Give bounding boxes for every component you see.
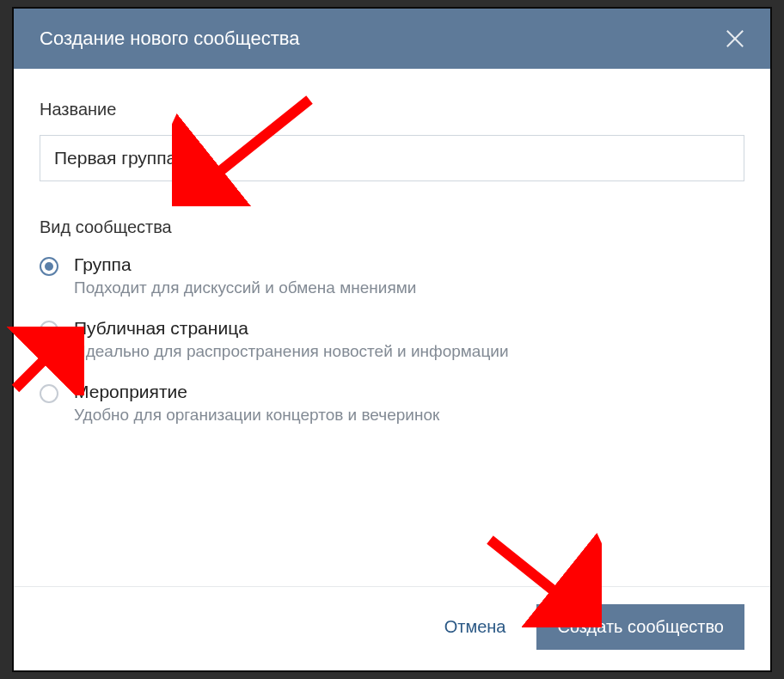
radio-icon	[40, 384, 58, 403]
modal-body: Название Вид сообщества Группа Подходит …	[14, 69, 770, 586]
radio-icon	[40, 257, 58, 276]
name-label: Название	[40, 100, 744, 119]
radio-option-group[interactable]: Группа Подходит для дискуссий и обмена м…	[40, 254, 744, 297]
radio-desc: Подходит для дискуссий и обмена мнениями	[74, 278, 416, 297]
modal-title: Создание нового сообщества	[40, 28, 299, 50]
radio-desc: Идеально для распространения новостей и …	[74, 342, 509, 361]
create-community-modal: Создание нового сообщества Название Вид …	[12, 7, 772, 672]
radio-title: Группа	[74, 254, 416, 275]
community-type-group: Группа Подходит для дискуссий и обмена м…	[40, 254, 744, 425]
close-icon[interactable]	[726, 29, 744, 48]
modal-header: Создание нового сообщества	[14, 9, 770, 69]
radio-title: Публичная страница	[74, 318, 509, 339]
radio-desc: Удобно для организации концертов и вечер…	[74, 406, 439, 425]
cancel-button[interactable]: Отмена	[429, 605, 522, 649]
create-community-button[interactable]: Создать сообщество	[536, 604, 744, 650]
radio-icon	[40, 321, 58, 340]
radio-option-event[interactable]: Мероприятие Удобно для организации конце…	[40, 382, 744, 425]
community-type-label: Вид сообщества	[40, 217, 744, 237]
modal-footer: Отмена Создать сообщество	[14, 586, 770, 670]
radio-option-public-page[interactable]: Публичная страница Идеально для распрост…	[40, 318, 744, 361]
radio-title: Мероприятие	[74, 382, 439, 402]
community-name-input[interactable]	[40, 135, 744, 181]
